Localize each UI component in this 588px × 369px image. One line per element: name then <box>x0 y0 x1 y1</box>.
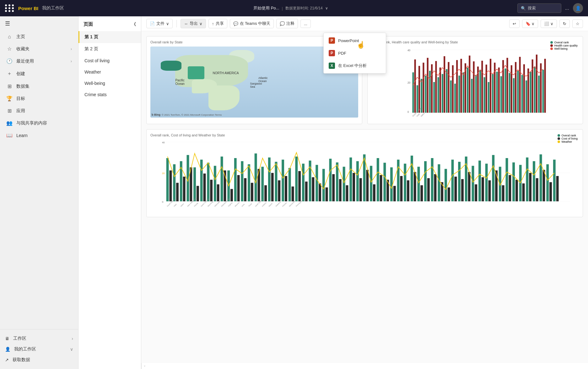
user-avatar[interactable]: 👤 <box>573 3 583 13</box>
svg-text:Virginia: Virginia <box>228 202 233 207</box>
refresh-button[interactable]: ↻ <box>559 19 570 28</box>
wellbeing-dot <box>550 47 553 50</box>
star-button[interactable]: ☆ <box>572 19 583 28</box>
svg-rect-84 <box>200 160 203 201</box>
nav-label-my-workspace: 我的工作区 <box>14 346 36 352</box>
nav-label-shared: 与我共享的内容 <box>16 120 72 126</box>
bar-chart-1-box: Overall rank, Health care quality and We… <box>367 36 583 124</box>
legend-weather-label: Weather <box>561 140 572 143</box>
svg-rect-174 <box>420 185 423 201</box>
window-button[interactable]: ⬜ ∨ <box>541 19 557 28</box>
get-data-label: 获取数据 <box>13 357 30 363</box>
comment-button[interactable]: 💭 注释 <box>276 19 298 28</box>
svg-rect-129 <box>506 158 508 201</box>
collapse-pages-button[interactable]: 《 <box>132 22 136 27</box>
svg-rect-98 <box>295 157 298 201</box>
sidebar: ☰ ⌂ 主页 ☆ 收藏夹 › 🕐 最近使用 › ＋ 创建 ⊞ <box>0 16 78 369</box>
sidebar-item-apps[interactable]: ⊞ 应用 <box>1 105 77 117</box>
bottom-chart-title: Overall rank, Cost of living and Weather… <box>150 133 579 137</box>
content-area: 📄 文件 ∨ ↔ 导出 ∨ ↑ 共享 💬 在 Teams 中聊天 💭 注释 <box>141 16 588 369</box>
meta-chevron-icon[interactable]: ∨ <box>325 6 328 10</box>
nav-label-create: 创建 <box>16 71 72 77</box>
search-box[interactable]: 🔍 搜索 <box>517 3 561 13</box>
svg-rect-117 <box>424 161 427 201</box>
svg-text:Wyoming: Wyoming <box>207 201 213 207</box>
svg-rect-25 <box>492 74 494 113</box>
right-collapse-icon[interactable]: › <box>143 366 146 366</box>
overall-rank-dot <box>550 41 553 44</box>
sidebar-header: ☰ <box>0 16 78 31</box>
export-pdf-item[interactable]: P PDF <box>324 47 386 59</box>
sidebar-item-goals[interactable]: 🏆 目标 <box>1 92 77 105</box>
svg-text:Alabama: Alabama <box>275 201 281 207</box>
more-options-button[interactable]: ... <box>565 5 569 11</box>
file-chevron-icon: ∨ <box>166 21 169 26</box>
svg-text:Missouri: Missouri <box>234 201 240 207</box>
export-dropdown: P PowerPoint P PDF X 在 Excel 中分析 <box>323 33 386 74</box>
share-button[interactable]: ↑ 共享 <box>208 19 227 28</box>
svg-rect-155 <box>292 186 294 201</box>
legend-healthcare-label: Health care quality <box>554 44 578 47</box>
shared-icon: 👥 <box>6 120 13 126</box>
page-item-page1[interactable]: 第 1 页 <box>78 31 141 43</box>
page-item-cost[interactable]: Cost of living <box>78 55 141 66</box>
bookmark-button[interactable]: 🔖 ∨ <box>522 19 538 28</box>
svg-rect-46 <box>448 62 449 113</box>
get-data-button[interactable]: ↗ 获取数据 <box>5 355 73 365</box>
sidebar-item-shared[interactable]: 👥 与我共享的内容 <box>1 117 77 129</box>
export-excel-item[interactable]: X 在 Excel 中分析 <box>324 59 386 72</box>
svg-rect-55 <box>485 65 487 113</box>
undo-button[interactable]: ↩ <box>509 19 520 28</box>
search-placeholder: 搜索 <box>528 5 536 11</box>
page-item-weather[interactable]: Weather <box>78 66 141 78</box>
more-toolbar-button[interactable]: ... <box>300 19 311 28</box>
legend-overall-label: Overal rank <box>554 41 569 44</box>
teams-button[interactable]: 💬 在 Teams 中聊天 <box>230 19 274 28</box>
apps-grid-icon[interactable] <box>5 4 14 12</box>
export-button[interactable]: ↔ 导出 ∨ <box>181 19 206 28</box>
sidebar-item-datasets[interactable]: ⊞ 数据集 <box>1 80 77 92</box>
svg-rect-149 <box>251 183 253 201</box>
sidebar-item-recent[interactable]: 🕐 最近使用 › <box>1 55 77 67</box>
report-title: 开始使用 Po... <box>253 5 279 11</box>
export-ppt-item[interactable]: P PowerPoint <box>324 34 386 47</box>
svg-rect-17 <box>458 75 460 113</box>
sidebar-item-home[interactable]: ⌂ 主页 <box>1 31 77 43</box>
sidebar-item-workspace[interactable]: 🖥 工作区 › <box>5 333 73 344</box>
svg-rect-20 <box>471 79 472 113</box>
file-button[interactable]: 📄 文件 ∨ <box>146 19 173 28</box>
bottom-chart-box: Overall rank, Cost of living and Weather… <box>146 129 583 217</box>
svg-rect-183 <box>482 177 484 201</box>
page-item-page2[interactable]: 第 2 页 <box>78 43 141 55</box>
export-pdf-label: PDF <box>338 51 346 56</box>
svg-rect-43 <box>435 61 437 113</box>
right-panel-icons[interactable]: › <box>143 363 147 369</box>
svg-text:Indiana: Indiana <box>262 202 267 207</box>
svg-rect-182 <box>475 184 477 201</box>
hamburger-icon[interactable]: ☰ <box>5 20 10 27</box>
page-item-crime[interactable]: Crime stats <box>78 89 141 100</box>
svg-rect-12 <box>437 77 439 113</box>
svg-rect-60 <box>506 58 508 113</box>
sidebar-item-create[interactable]: ＋ 创建 <box>1 67 77 80</box>
search-icon: 🔍 <box>521 6 526 11</box>
svg-rect-163 <box>346 185 348 201</box>
sidebar-item-learn[interactable]: 📖 Learn <box>1 129 77 141</box>
sidebar-item-my-workspace[interactable]: 👤 我的工作区 ∨ <box>5 344 73 355</box>
svg-rect-192 <box>542 170 545 201</box>
svg-text:Iowa: Iowa <box>241 203 245 207</box>
toolbar-right: ↩ 🔖 ∨ ⬜ ∨ ↻ ☆ <box>509 19 583 28</box>
legend-cost-label: Cost of living <box>561 137 578 140</box>
svg-rect-167 <box>373 184 375 201</box>
svg-rect-194 <box>556 176 559 201</box>
svg-rect-173 <box>414 172 416 201</box>
sidebar-item-favorites[interactable]: ☆ 收藏夹 › <box>1 43 77 55</box>
page-item-wellbeing[interactable]: Well-being <box>78 78 141 89</box>
svg-rect-175 <box>427 178 430 201</box>
overall-rank-dot-2 <box>558 134 560 137</box>
nav-label-datasets: 数据集 <box>16 84 72 89</box>
svg-rect-112 <box>390 167 393 201</box>
svg-rect-120 <box>445 169 447 201</box>
svg-rect-96 <box>282 160 284 201</box>
last-updated: 数据更新时间: 21/6/14 <box>285 6 323 11</box>
